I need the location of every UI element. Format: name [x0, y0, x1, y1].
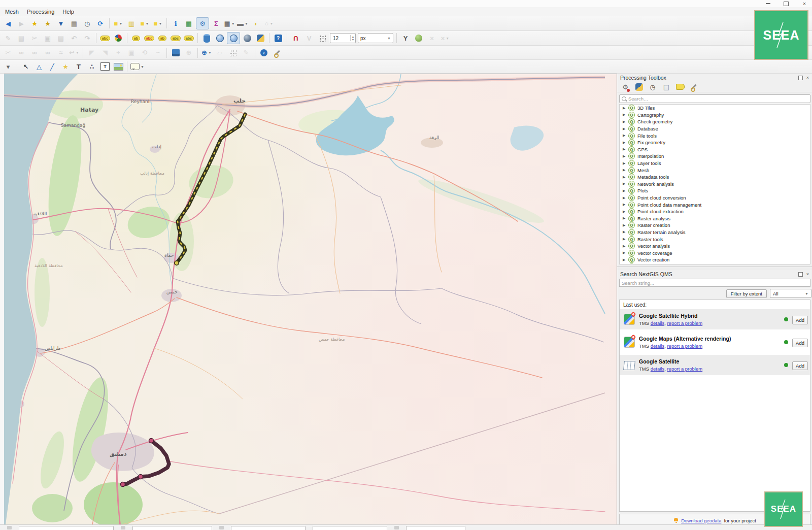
point-annotation-icon[interactable]: ∴	[86, 61, 98, 72]
results-viewer-icon[interactable]: ▤	[661, 82, 671, 91]
merge-features-icon[interactable]: ∞	[28, 47, 41, 58]
history-icon[interactable]: ◷	[648, 82, 658, 91]
algorithm-group-raster-analysis[interactable]: ▶QRaster analysis	[620, 215, 810, 222]
algorithm-group-check-geometry[interactable]: ▶QCheck geometry	[620, 118, 810, 125]
expand-caret-icon[interactable]: ▶	[623, 168, 626, 172]
paste-features-icon[interactable]: ▤	[55, 32, 67, 44]
simplify-feature-icon[interactable]: ~	[152, 47, 164, 58]
select-annotation-icon[interactable]: ↖	[20, 61, 32, 72]
expand-caret-icon[interactable]: ▶	[623, 223, 626, 227]
snapping-magnet-icon[interactable]: U	[290, 32, 302, 44]
add-service-button[interactable]: Add	[792, 361, 808, 370]
cad-pencil-icon[interactable]: ✎	[240, 47, 252, 58]
algorithm-group-partial[interactable]: ▶Q	[620, 263, 810, 264]
expand-caret-icon[interactable]: ▶	[623, 203, 626, 207]
show-spatial-bookmarks-icon[interactable]: ★	[42, 18, 54, 29]
algorithm-group-point-cloud-conversion[interactable]: ▶QPoint cloud conversion	[620, 194, 810, 202]
algorithm-group-mesh[interactable]: ▶QMesh	[620, 167, 810, 174]
image-annotation-icon[interactable]	[112, 61, 124, 72]
menu-help[interactable]: Help	[58, 8, 78, 15]
qms-result-row[interactable]: Google SatelliteTMS details, report a pr…	[620, 355, 810, 375]
bookmark-manager-icon[interactable]: ▤	[68, 18, 80, 29]
expand-caret-icon[interactable]: ▶	[623, 127, 626, 131]
identify-features-icon[interactable]: ℹ	[170, 18, 182, 29]
scale-input[interactable]	[132, 526, 212, 530]
snap-indicator-icon[interactable]: ⊕	[183, 47, 195, 58]
expand-caret-icon[interactable]: ▶	[623, 134, 626, 138]
close-panel-icon[interactable]: ×	[805, 75, 810, 81]
algorithm-group-plots[interactable]: ▶QPlots	[620, 187, 810, 194]
download-geodata-link[interactable]: Download geodata	[681, 518, 721, 523]
expand-caret-icon[interactable]: ▶	[623, 244, 626, 248]
text-annotation-icon[interactable]: T	[73, 61, 85, 72]
redo-icon[interactable]: ↷	[81, 32, 93, 44]
expand-caret-icon[interactable]: ▶	[623, 106, 626, 110]
highlight-pinned-labels-icon[interactable]: abc	[143, 32, 155, 44]
avoid-intersections-icon[interactable]	[413, 32, 425, 44]
zoom-next-icon[interactable]: ▶	[15, 18, 27, 29]
expand-caret-icon[interactable]: ▶	[623, 113, 626, 117]
add-service-button[interactable]: Add	[792, 339, 808, 347]
measure-icon[interactable]: ▬▼	[236, 18, 249, 29]
crs-status[interactable]	[406, 526, 465, 530]
floating-cad-dock-icon[interactable]	[227, 47, 239, 58]
layer-labeling-icon[interactable]: abc	[99, 32, 111, 44]
algorithm-group-layer-tools[interactable]: ▶QLayer tools	[620, 160, 810, 167]
algorithm-group-raster-terrain-analysis[interactable]: ▶QRaster terrain analysis	[620, 229, 810, 236]
algorithm-group-vector-analysis[interactable]: ▶QVector analysis	[620, 243, 810, 250]
algorithm-group-point-cloud-extraction[interactable]: ▶QPoint cloud extraction	[620, 208, 810, 215]
cut-features-icon[interactable]: ✂	[28, 32, 41, 44]
search-layers-icon[interactable]: ○▼	[263, 18, 275, 29]
status-icon[interactable]	[121, 526, 125, 529]
algorithm-group-gps[interactable]: ▶QGPS	[620, 146, 810, 153]
change-label-icon[interactable]: abc	[183, 32, 195, 44]
toggle-editing-icon[interactable]: ✎	[2, 32, 14, 44]
expand-caret-icon[interactable]: ▶	[623, 230, 626, 234]
web-service-icon[interactable]	[227, 32, 240, 44]
expand-caret-icon[interactable]: ▶	[623, 161, 626, 165]
service-type-select[interactable]: All ▼	[770, 289, 811, 298]
offset-curve-icon[interactable]: ↩▼	[68, 47, 80, 58]
map-tips-icon[interactable]: ◗	[250, 18, 262, 29]
new-bookmark-icon[interactable]: ▼	[55, 18, 67, 29]
merge-attributes-icon[interactable]: ∞	[42, 47, 54, 58]
algorithm-group-network-analysis[interactable]: ▶QNetwork analysis	[620, 181, 810, 188]
cad-tools-icon[interactable]: ⊕▼	[200, 47, 213, 58]
algorithm-group-raster-creation[interactable]: ▶QRaster creation	[620, 222, 810, 229]
processing-search-input[interactable]: Search…	[619, 94, 810, 103]
report-problem-link[interactable]: report a problem	[667, 320, 702, 326]
pin-labels-icon[interactable]: ab	[130, 32, 142, 44]
attribute-table-icon[interactable]: ▦▼	[223, 18, 235, 29]
zoom-last-icon[interactable]: ◀	[2, 18, 14, 29]
algorithm-group-database[interactable]: ▶QDatabase	[620, 125, 810, 132]
copy-features-icon[interactable]: ▣	[42, 32, 54, 44]
expand-caret-icon[interactable]: ▶	[623, 154, 626, 158]
rotate-feature-icon[interactable]: ⟲	[139, 47, 151, 58]
processing-toolbox-icon[interactable]: ⚙	[196, 17, 209, 29]
models-icon[interactable]: ⚙	[620, 82, 630, 91]
python-scripts-icon[interactable]	[634, 82, 644, 91]
close-panel-icon[interactable]: ×	[805, 272, 810, 277]
vertex-tool-icon[interactable]: ◤	[86, 47, 98, 58]
algorithm-group-interpolation[interactable]: ▶QInterpolation	[620, 153, 810, 160]
float-panel-icon[interactable]	[798, 272, 803, 277]
text-at-point-annotation-icon[interactable]: T	[99, 61, 111, 72]
select-features-by-value-icon[interactable]: ▥	[125, 18, 138, 29]
qms-search-input[interactable]: Search string...	[619, 279, 810, 287]
grid-icon[interactable]	[316, 32, 328, 44]
topology-checker-icon[interactable]: Y	[399, 32, 412, 44]
coordinate-input[interactable]	[19, 526, 114, 530]
sum-icon[interactable]: Σ	[210, 18, 222, 29]
annotation-style-dropdown-icon[interactable]: ▾	[2, 61, 14, 72]
edit-features-in-place-icon[interactable]	[675, 82, 685, 91]
menu-mesh[interactable]: Mesh	[1, 8, 23, 15]
snap-unit-combobox[interactable]: px▼	[357, 32, 394, 44]
python-console-icon[interactable]	[254, 32, 266, 44]
save-edits-icon[interactable]: ▤	[15, 32, 27, 44]
expand-caret-icon[interactable]: ▶	[623, 196, 626, 200]
details-link[interactable]: details	[651, 366, 664, 372]
algorithm-group-vector-coverage[interactable]: ▶QVector coverage	[620, 249, 810, 256]
marker-annotation-icon[interactable]: ★	[59, 61, 72, 72]
algorithm-group-metadata-tools[interactable]: ▶QMetadata tools	[620, 174, 810, 181]
plugin-help-icon[interactable]: ?	[272, 32, 284, 44]
